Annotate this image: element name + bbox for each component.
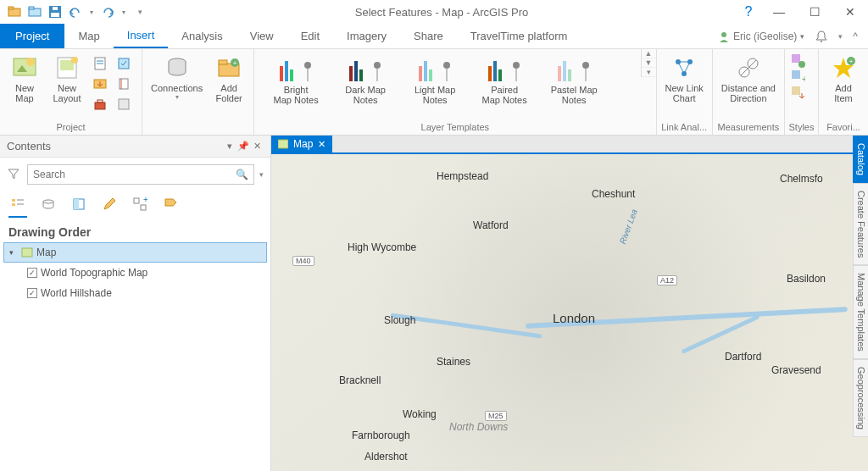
svg-point-35 — [513, 62, 520, 69]
city-gravesend: Gravesend — [771, 364, 821, 376]
tab-insert[interactable]: Insert — [114, 24, 169, 48]
new-link-chart-button[interactable]: New Link Chart — [662, 53, 707, 105]
new-style-icon[interactable]: + — [790, 69, 805, 84]
connections-button[interactable]: Connections ▾ — [147, 53, 206, 103]
import-style-icon[interactable] — [790, 85, 805, 100]
checkbox-checked-icon[interactable]: ✓ — [27, 268, 37, 278]
svg-rect-48 — [792, 54, 800, 63]
tree-layer-hillshade[interactable]: ✓ World Hillshade — [3, 283, 267, 303]
tab-imagery[interactable]: Imagery — [333, 24, 400, 48]
new-layout-button[interactable]: New Layout — [47, 53, 86, 105]
tab-edit[interactable]: Edit — [287, 24, 333, 48]
svg-point-37 — [582, 62, 589, 69]
tab-traveltime[interactable]: TravelTime platform — [457, 24, 581, 48]
svg-rect-50 — [792, 70, 800, 79]
pane-close-icon[interactable]: ✕ — [250, 141, 264, 152]
main-area: Contents ▾ 📌 ✕ 🔍 ▾ + Drawing Order ▾ — [0, 136, 868, 471]
gallery-down-icon[interactable]: ▼ — [642, 58, 656, 68]
tab-map[interactable]: Map — [64, 24, 113, 48]
undo-dropdown-icon[interactable]: ▾ — [88, 4, 95, 19]
tab-project-file[interactable]: Project — [0, 24, 64, 48]
search-box[interactable]: 🔍 — [27, 164, 254, 185]
side-tab-manage-templates[interactable]: Manage Templates — [853, 265, 868, 359]
list-by-selection-icon[interactable] — [70, 195, 88, 213]
svg-point-29 — [304, 62, 311, 69]
task-icon[interactable] — [114, 54, 134, 73]
side-tab-catalog[interactable]: Catalog — [853, 136, 868, 183]
add-folder-icon: + — [215, 54, 242, 81]
template-bright-map-notes[interactable]: Bright Map Notes — [261, 53, 331, 105]
city-basildon: Basildon — [787, 273, 826, 285]
tree-map-root[interactable]: ▾ Map — [3, 242, 267, 263]
help-icon[interactable]: ? — [736, 4, 761, 19]
close-button[interactable]: ✕ — [832, 0, 868, 24]
svg-point-13 — [71, 57, 78, 64]
distance-direction-button[interactable]: Distance and Direction — [718, 53, 779, 105]
open-project-icon[interactable] — [7, 4, 22, 19]
redo-icon[interactable] — [100, 4, 115, 19]
qat-customize-icon[interactable]: ▾ — [132, 4, 147, 19]
toc-tree: ▾ Map ✓ World Topographic Map ✓ World Hi… — [0, 242, 270, 303]
map-pane: Map ✕ ▾ London Watford Hempstead Cheshun… — [271, 136, 868, 471]
svg-rect-55 — [12, 199, 15, 202]
new-report-icon[interactable] — [90, 54, 110, 73]
tab-analysis[interactable]: Analysis — [168, 24, 236, 48]
ribbon-group-styles: + Styles — [785, 49, 819, 135]
template-light-map-notes[interactable]: Light Map Notes — [400, 53, 470, 105]
svg-rect-65 — [22, 248, 32, 257]
collapse-ribbon-icon[interactable]: ^ — [853, 30, 858, 42]
pane-pin-icon[interactable]: 📌 — [236, 141, 250, 152]
template-dark-map-notes[interactable]: Dark Map Notes — [331, 53, 400, 105]
map-tab-close-icon[interactable]: ✕ — [318, 139, 326, 150]
list-by-source-icon[interactable] — [39, 195, 58, 213]
svg-point-49 — [798, 61, 805, 68]
side-tab-geoprocessing[interactable]: Geoprocessing — [853, 359, 868, 437]
filter-icon[interactable] — [7, 167, 22, 182]
gallery-expand-icon[interactable]: ▾ — [642, 68, 656, 77]
map-canvas[interactable]: London Watford Hempstead Cheshunt Chelms… — [271, 154, 868, 471]
maximize-button[interactable]: ☐ — [797, 0, 832, 24]
add-style-icon[interactable] — [790, 53, 805, 68]
add-item-small-icon[interactable] — [114, 95, 134, 114]
ribbon-group-favorites: + Add Item Favori... — [819, 49, 868, 135]
svg-text:+: + — [233, 59, 237, 67]
ribbon-group-link-analysis: New Link Chart Link Anal... — [657, 49, 713, 135]
new-notebook-icon[interactable] — [114, 75, 134, 93]
signed-in-user[interactable]: Eric (iGeolise) ▾ — [718, 30, 804, 42]
svg-rect-61 — [74, 199, 79, 209]
checkbox-checked-icon[interactable]: ✓ — [27, 288, 37, 298]
tree-layer-topographic[interactable]: ✓ World Topographic Map — [3, 263, 267, 283]
collapse-icon[interactable]: ▾ — [9, 248, 18, 257]
city-cheshunt: Cheshunt — [592, 188, 635, 200]
svg-point-33 — [443, 62, 450, 69]
minimize-button[interactable]: — — [761, 0, 797, 24]
import-map-icon[interactable] — [90, 75, 110, 93]
search-input[interactable] — [33, 169, 236, 180]
city-dartford: Dartford — [725, 351, 761, 363]
svg-rect-56 — [12, 203, 15, 206]
redo-dropdown-icon[interactable]: ▾ — [120, 4, 127, 19]
gallery-up-icon[interactable]: ▲ — [642, 49, 656, 58]
tab-share[interactable]: Share — [400, 24, 457, 48]
template-paired-map-notes[interactable]: Paired Map Notes — [470, 53, 539, 105]
add-item-button[interactable]: + Add Item — [824, 53, 863, 105]
new-map-button[interactable]: New Map — [5, 53, 44, 105]
list-by-drawing-order-icon[interactable] — [8, 195, 27, 213]
side-tab-create-features[interactable]: Create Features — [853, 183, 868, 265]
notifications-icon[interactable] — [815, 30, 828, 43]
undo-icon[interactable] — [68, 4, 83, 19]
map-tab[interactable]: Map ✕ — [271, 136, 332, 152]
list-by-labeling-icon[interactable] — [161, 195, 180, 213]
list-by-editing-icon[interactable] — [100, 195, 119, 213]
toolbox-icon[interactable] — [90, 95, 110, 114]
list-by-snapping-icon[interactable]: + — [131, 195, 149, 213]
template-pastel-map-notes[interactable]: Pastel Map Notes — [539, 53, 609, 105]
add-folder-button[interactable]: + Add Folder — [209, 53, 248, 105]
pane-menu-icon[interactable]: ▾ — [223, 141, 236, 152]
city-farnborough: Farnborough — [352, 429, 410, 441]
tab-view[interactable]: View — [236, 24, 287, 48]
search-icon[interactable]: 🔍 — [236, 169, 248, 180]
save-icon[interactable] — [47, 4, 63, 19]
new-project-icon[interactable] — [27, 4, 42, 19]
search-dropdown-icon[interactable]: ▾ — [259, 170, 264, 179]
